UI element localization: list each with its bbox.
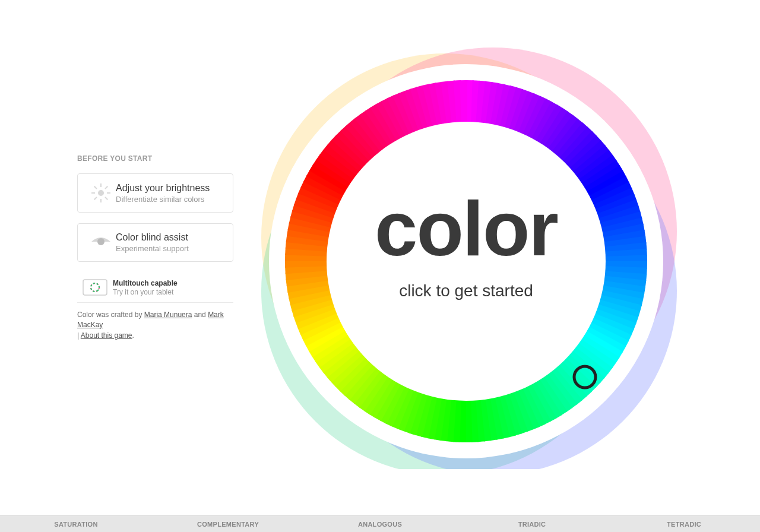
multitouch-subtitle: Try it on your tablet bbox=[113, 288, 178, 296]
tab-complementary[interactable]: COMPLEMENTARY bbox=[152, 516, 304, 532]
before-you-start-heading: BEFORE YOU START bbox=[77, 154, 233, 163]
tab-tetradic[interactable]: TETRADIC bbox=[608, 516, 760, 532]
colorblind-subtitle: Experimental support bbox=[116, 244, 224, 253]
tab-triadic[interactable]: TRIADIC bbox=[456, 516, 608, 532]
tab-analogous[interactable]: ANALOGOUS bbox=[304, 516, 456, 532]
about-link[interactable]: About this game bbox=[81, 331, 132, 340]
sun-icon bbox=[86, 182, 116, 204]
before-you-start-panel: BEFORE YOU START bbox=[77, 154, 233, 341]
color-wheel-start-button[interactable]: color click to get started bbox=[255, 42, 677, 469]
tab-saturation[interactable]: SATURATION bbox=[0, 516, 152, 532]
multitouch-info: Multitouch capable Try it on your tablet bbox=[77, 273, 233, 303]
svg-line-7 bbox=[94, 197, 97, 200]
svg-line-8 bbox=[105, 186, 107, 189]
colorblind-title: Color blind assist bbox=[116, 232, 224, 243]
color-wheel-icon bbox=[255, 42, 677, 469]
credits-text: Color was crafted by Maria Munuera and M… bbox=[77, 310, 233, 341]
mode-tabs: SATURATION COMPLEMENTARY ANALOGOUS TRIAD… bbox=[0, 515, 760, 532]
brightness-title: Adjust your brightness bbox=[116, 183, 224, 194]
colorblind-assist-card[interactable]: Color blind assist Experimental support bbox=[77, 223, 233, 262]
svg-point-0 bbox=[98, 190, 104, 196]
svg-line-5 bbox=[94, 186, 97, 189]
multitouch-title: Multitouch capable bbox=[113, 279, 178, 287]
eye-icon bbox=[86, 236, 116, 250]
tablet-icon bbox=[77, 277, 113, 297]
adjust-brightness-card[interactable]: Adjust your brightness Differentiate sim… bbox=[77, 173, 233, 213]
svg-line-6 bbox=[105, 197, 107, 200]
svg-rect-10 bbox=[83, 280, 107, 295]
brightness-subtitle: Differentiate similar colors bbox=[116, 195, 224, 204]
author-link-maria[interactable]: Maria Munuera bbox=[144, 311, 192, 319]
svg-point-9 bbox=[97, 238, 104, 245]
